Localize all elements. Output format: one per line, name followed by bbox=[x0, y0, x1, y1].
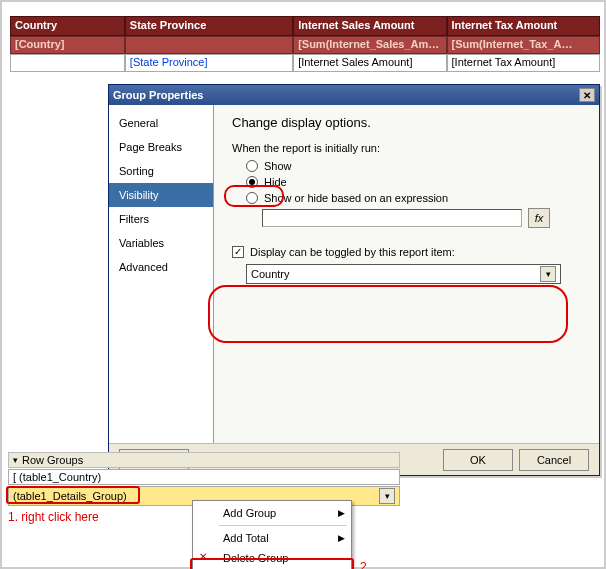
ctx-separator bbox=[219, 525, 347, 526]
row-groups-header[interactable]: ▾ Row Groups bbox=[8, 452, 400, 468]
group-row-details-label: (table1_Details_Group) bbox=[13, 490, 127, 502]
col-header-state[interactable]: State Province bbox=[125, 16, 293, 36]
annotation-circle-toggle bbox=[208, 285, 568, 343]
toggle-item-select[interactable]: Country ▾ bbox=[246, 264, 561, 284]
toggle-checkbox[interactable] bbox=[232, 246, 244, 258]
sidebar-item-sorting[interactable]: Sorting bbox=[109, 159, 213, 183]
report-table: Country State Province Internet Sales Am… bbox=[10, 16, 600, 72]
sidebar-item-visibility[interactable]: Visibility bbox=[109, 183, 213, 207]
ctx-add-total-label: Add Total bbox=[223, 532, 269, 544]
dialog-titlebar[interactable]: Group Properties ✕ bbox=[109, 85, 599, 105]
dialog-sidebar: General Page Breaks Sorting Visibility F… bbox=[109, 105, 214, 445]
ctx-add-group-label: Add Group bbox=[223, 507, 276, 519]
ctx-delete-group[interactable]: Delete Group bbox=[195, 548, 349, 568]
sidebar-item-advanced[interactable]: Advanced bbox=[109, 255, 213, 279]
detail-cell-sales[interactable]: [Internet Sales Amount] bbox=[293, 54, 446, 72]
header-row: Country State Province Internet Sales Am… bbox=[10, 16, 600, 36]
group-row-country-label: [ (table1_Country) bbox=[13, 471, 101, 483]
sidebar-item-general[interactable]: General bbox=[109, 111, 213, 135]
chevron-down-icon[interactable]: ▾ bbox=[540, 266, 556, 282]
delete-icon bbox=[199, 550, 217, 566]
radio-expression-label: Show or hide based on an expression bbox=[264, 192, 448, 204]
row-groups-panel: ▾ Row Groups [ (table1_Country) (table1_… bbox=[8, 452, 400, 506]
ok-button[interactable]: OK bbox=[443, 449, 513, 471]
col-header-tax[interactable]: Internet Tax Amount bbox=[447, 16, 600, 36]
cancel-button[interactable]: Cancel bbox=[519, 449, 589, 471]
dialog-main-pane: Change display options. When the report … bbox=[214, 105, 599, 445]
expression-input[interactable] bbox=[262, 209, 522, 227]
radio-expression[interactable] bbox=[246, 192, 258, 204]
close-button[interactable]: ✕ bbox=[579, 88, 595, 102]
radio-expr-row[interactable]: Show or hide based on an expression bbox=[232, 190, 583, 206]
submenu-arrow-icon: ▶ bbox=[338, 533, 345, 543]
group-cell-tax[interactable]: [Sum(Internet_Tax_A… bbox=[447, 36, 600, 54]
group-cell-state[interactable] bbox=[125, 36, 293, 54]
ctx-add-group[interactable]: Add Group ▶ bbox=[195, 503, 349, 523]
toggle-selected-value: Country bbox=[251, 268, 290, 280]
group-cell-country[interactable]: [Country] bbox=[10, 36, 125, 54]
fx-button[interactable]: fx bbox=[528, 208, 550, 228]
radio-show[interactable] bbox=[246, 160, 258, 172]
blank-icon bbox=[199, 505, 217, 521]
ctx-add-total[interactable]: Add Total ▶ bbox=[195, 528, 349, 548]
submenu-arrow-icon: ▶ bbox=[338, 508, 345, 518]
radio-hide-label: Hide bbox=[264, 176, 287, 188]
context-menu: Add Group ▶ Add Total ▶ Delete Group Gro… bbox=[192, 500, 352, 569]
col-header-country[interactable]: Country bbox=[10, 16, 125, 36]
row-groups-label: Row Groups bbox=[22, 454, 83, 466]
collapse-icon[interactable]: ▾ bbox=[13, 455, 18, 465]
sidebar-item-filters[interactable]: Filters bbox=[109, 207, 213, 231]
group-row: [Country] [Sum(Internet_Sales_Am… [Sum(I… bbox=[10, 36, 600, 54]
initial-run-label: When the report is initially run: bbox=[232, 142, 583, 154]
toggle-label: Display can be toggled by this report it… bbox=[250, 246, 455, 258]
ctx-delete-group-label: Delete Group bbox=[223, 552, 288, 564]
detail-cell-tax[interactable]: [Internet Tax Amount] bbox=[447, 54, 600, 72]
chevron-down-icon[interactable]: ▾ bbox=[379, 488, 395, 504]
sidebar-item-variables[interactable]: Variables bbox=[109, 231, 213, 255]
radio-show-label: Show bbox=[264, 160, 292, 172]
group-cell-sales[interactable]: [Sum(Internet_Sales_Am… bbox=[293, 36, 446, 54]
annotation-text-1: 1. right click here bbox=[8, 510, 99, 524]
radio-show-row[interactable]: Show bbox=[232, 158, 583, 174]
detail-cell-state[interactable]: [State Province] bbox=[125, 54, 293, 72]
blank-icon bbox=[199, 530, 217, 546]
sidebar-item-pagebreaks[interactable]: Page Breaks bbox=[109, 135, 213, 159]
radio-hide[interactable] bbox=[246, 176, 258, 188]
dialog-title: Group Properties bbox=[113, 89, 203, 101]
pane-title: Change display options. bbox=[232, 115, 583, 130]
col-header-sales[interactable]: Internet Sales Amount bbox=[293, 16, 446, 36]
detail-row: [State Province] [Internet Sales Amount]… bbox=[10, 54, 600, 72]
annotation-text-2: 2. bbox=[360, 560, 370, 569]
group-row-country[interactable]: [ (table1_Country) bbox=[8, 469, 400, 485]
radio-hide-row[interactable]: Hide bbox=[232, 174, 583, 190]
detail-cell-1[interactable] bbox=[10, 54, 125, 72]
group-properties-dialog: Group Properties ✕ General Page Breaks S… bbox=[108, 84, 600, 476]
